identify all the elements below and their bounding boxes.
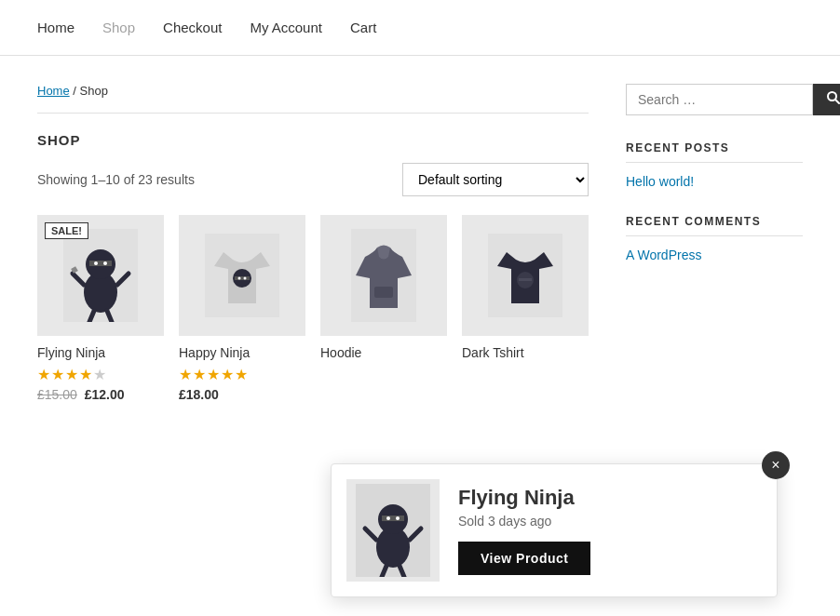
sort-select[interactable]: Default sorting Sort by popularity Sort … (402, 163, 589, 196)
nav-cart[interactable]: Cart (350, 20, 376, 35)
sidebar-recent-comments: RECENT COMMENTS A WordPress (626, 215, 803, 262)
recent-posts-title: RECENT POSTS (626, 141, 803, 163)
nav-home[interactable]: Home (37, 20, 75, 35)
product-price-1: £15.00 £12.00 (37, 387, 164, 402)
product-price-new-2: £18.00 (179, 387, 219, 402)
product-price-2: £18.00 (179, 387, 305, 402)
svg-point-4 (94, 261, 98, 265)
result-count: Showing 1–10 of 23 results (37, 172, 195, 187)
product-card-2[interactable]: Happy Ninja ★★★★★ £18.00 (179, 215, 305, 402)
product-image-3 (320, 215, 447, 336)
product-title-3: Hoodie (320, 345, 447, 360)
product-stars-2: ★★★★★ (179, 366, 305, 383)
shop-title: SHOP (37, 132, 589, 148)
breadcrumb-home[interactable]: Home (37, 84, 70, 98)
svg-rect-20 (519, 278, 532, 281)
search-button[interactable] (813, 84, 840, 115)
search-input[interactable] (626, 84, 813, 115)
product-title-4: Dark Tshirt (462, 345, 589, 360)
product-card-1[interactable]: SALE! (37, 215, 164, 402)
product-title-2: Happy Ninja (179, 345, 305, 360)
recent-comment-1: A WordPress (626, 248, 803, 262)
product-stars-1: ★★★★★ (37, 366, 164, 383)
sorting-bar: Showing 1–10 of 23 results Default sorti… (37, 163, 589, 196)
product-card-3[interactable]: Hoodie (320, 215, 447, 402)
product-image-4 (462, 215, 589, 336)
svg-rect-13 (235, 276, 250, 280)
main-content: Home / Shop SHOP Showing 1–10 of 23 resu… (37, 84, 589, 402)
recent-post-1[interactable]: Hello world! (626, 174, 803, 189)
nav-my-account[interactable]: My Account (250, 20, 322, 35)
svg-rect-3 (89, 261, 112, 266)
svg-line-22 (835, 100, 839, 103)
recent-comments-title: RECENT COMMENTS (626, 215, 803, 236)
sale-badge-1: SALE! (45, 222, 88, 239)
breadcrumb-separator: / (73, 84, 79, 98)
product-image-2 (179, 215, 305, 336)
sidebar: RECENT POSTS Hello world! RECENT COMMENT… (626, 84, 803, 402)
svg-rect-17 (374, 287, 393, 298)
product-price-old-1: £15.00 (37, 387, 77, 402)
sidebar-recent-posts: RECENT POSTS Hello world! (626, 141, 803, 189)
product-title-1: Flying Ninja (37, 345, 164, 360)
breadcrumb-current: Shop (80, 84, 108, 98)
svg-point-15 (244, 277, 247, 280)
product-card-4[interactable]: Dark Tshirt (462, 215, 589, 402)
svg-point-5 (103, 261, 107, 265)
nav-shop[interactable]: Shop (102, 20, 135, 35)
sidebar-search (626, 84, 803, 115)
product-grid: SALE! (37, 215, 589, 402)
svg-point-14 (238, 277, 241, 280)
breadcrumb: Home / Shop (37, 84, 589, 114)
product-image-1: SALE! (37, 215, 164, 336)
main-nav: Home Shop Checkout My Account Cart (0, 0, 840, 56)
product-price-new-1: £12.00 (85, 387, 125, 402)
nav-checkout[interactable]: Checkout (163, 20, 222, 35)
